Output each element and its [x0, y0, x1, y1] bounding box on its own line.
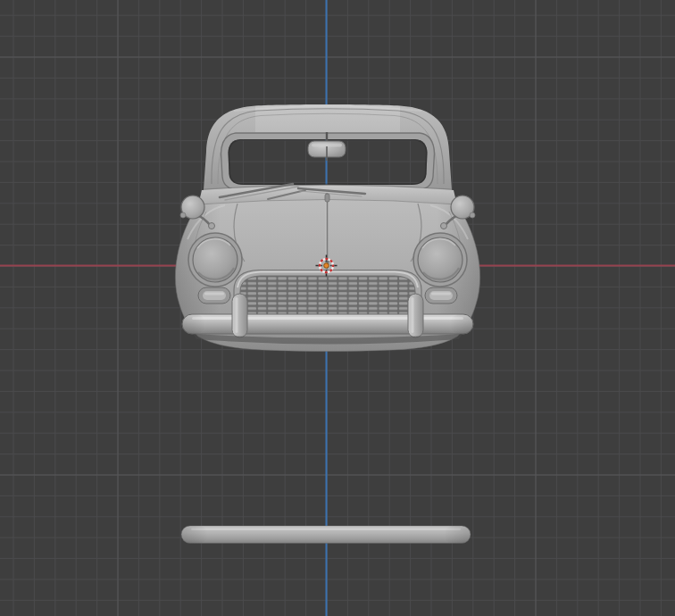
headlight-right	[413, 233, 467, 287]
scene-canvas[interactable]	[0, 0, 675, 616]
front-bumper	[182, 314, 473, 334]
indicator-right	[425, 287, 457, 304]
ground-cylinder[interactable]	[181, 526, 471, 544]
bumper-overrider-left	[232, 294, 247, 337]
front-grille	[234, 271, 421, 322]
headlight-left	[188, 233, 242, 287]
car-model[interactable]	[174, 104, 483, 355]
bumper-overrider-right	[408, 294, 423, 337]
origin-dot	[324, 263, 329, 269]
indicator-left	[198, 287, 230, 304]
viewport-3d[interactable]	[0, 0, 675, 616]
